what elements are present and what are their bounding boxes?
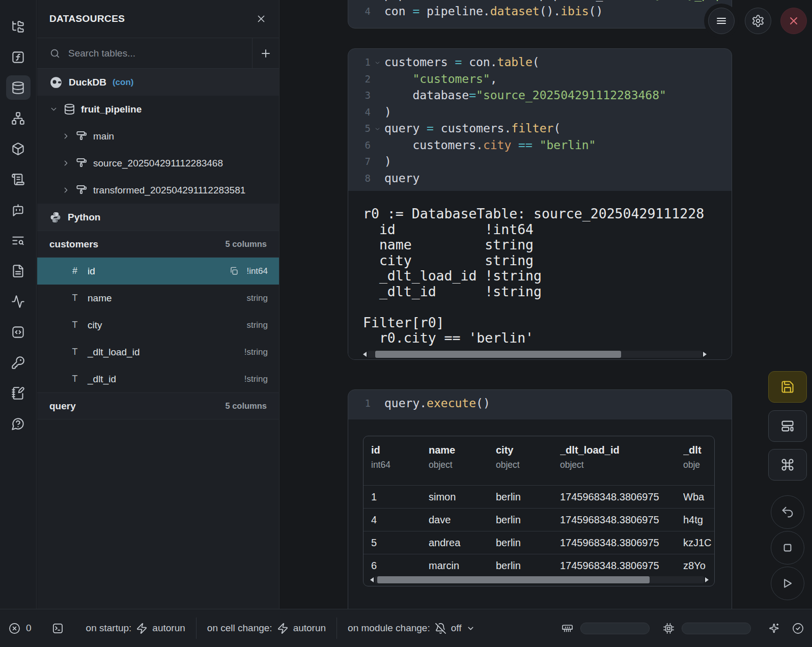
column-item-city[interactable]: Tcitystring [37,312,279,339]
cpu-icon [663,623,675,634]
bot-message-icon[interactable] [6,198,31,222]
cell-execute[interactable]: 1query.execute() idint64nameobjectcityob… [348,389,732,631]
code-line[interactable]: 4) [348,104,732,121]
command-icon [780,458,795,472]
code-editor[interactable]: 3pipeline = dlt.attach(pipeline_name=f"{… [348,0,732,24]
activity-icon[interactable] [6,289,31,314]
fold-chevron-icon[interactable] [371,124,384,132]
undo-button[interactable] [771,495,804,529]
tree-item-fruit_pipeline[interactable]: fruit_pipeline [37,96,279,123]
database-icon[interactable] [6,75,31,100]
code-editor[interactable]: 1customers = con.table(2 "customers",3 d… [348,49,732,191]
fold-gutter [371,403,384,404]
layout-toggle-button[interactable] [768,410,807,442]
scroll-left-arrow[interactable] [370,577,374,582]
run-button[interactable] [771,567,804,600]
chevron-right-icon[interactable] [62,159,70,167]
code-line[interactable]: 1customers = con.table( [348,54,732,71]
dataframe-column-header[interactable]: _dltobje [683,444,714,470]
tree-item-source_202504291112283468[interactable]: source_202504291112283468 [37,150,279,177]
horizontal-scrollbar[interactable] [370,576,709,583]
dtype-glyph: T [70,347,80,357]
code-line[interactable]: 6 customers.city == "berlin" [348,137,732,154]
tree-item-main[interactable]: main [37,123,279,150]
add-datasource-button[interactable] [252,38,279,68]
circle-x-icon [9,623,20,634]
table-header-customers[interactable]: customers5 columns [37,231,279,258]
python-section-header[interactable]: Python [37,204,279,231]
scrollbar-thumb[interactable] [375,351,621,358]
cell-pipeline[interactable]: 3pipeline = dlt.attach(pipeline_name=f"{… [348,0,732,29]
scroll-left-arrow[interactable] [363,352,367,357]
function-square-icon[interactable] [6,45,31,69]
search-input[interactable] [67,47,252,60]
scroll-right-arrow[interactable] [705,577,709,582]
panel-title: DATASOURCES [49,13,125,24]
column-item-id[interactable]: #id!int64 [37,258,279,285]
on-startup-setting[interactable]: on startup: autorun [86,623,185,634]
help-circle-icon[interactable] [6,411,31,436]
ai-assistant-button[interactable] [768,623,780,634]
cell-query[interactable]: 1customers = con.table(2 "customers",3 d… [348,48,732,360]
terminal-button[interactable] [52,623,64,634]
line-number: 3 [348,90,371,101]
key-round-icon[interactable] [6,350,31,375]
copy-icon[interactable] [229,266,239,276]
code-line[interactable]: 1query.execute() [348,395,732,412]
scrollbar-thumb[interactable] [377,576,650,583]
column-item-_dlt_id[interactable]: T_dlt_id!string [37,365,279,392]
code-line[interactable]: 4con = pipeline.dataset().ibis() [348,3,732,20]
dataframe-column-header[interactable]: _dlt_load_idobject [560,444,683,470]
on-module-change-setting[interactable]: on module change: off [348,623,474,634]
tree-item-transformed_202504291112283581[interactable]: transformed_202504291112283581 [37,177,279,204]
on-cell-change-setting[interactable]: on cell change: autorun [207,623,326,634]
chevron-down-icon[interactable] [49,105,58,114]
code-line[interactable]: 7) [348,153,732,170]
scroll-right-arrow[interactable] [703,352,707,357]
stop-button[interactable] [771,531,804,565]
settings-button[interactable] [745,8,771,34]
column-item-name[interactable]: Tnamestring [37,285,279,312]
chevron-right-icon[interactable] [62,186,70,194]
line-number: 8 [348,173,371,184]
table-row[interactable]: 5andreaberlin1745968348.3806975kzJ1C [363,531,714,554]
file-text-icon[interactable] [6,259,31,283]
table-row[interactable]: 4daveberlin1745968348.3806975h4tg [363,508,714,531]
column-item-_dlt_load_id[interactable]: T_dlt_load_id!string [37,339,279,365]
network-icon[interactable] [6,106,31,130]
table-header-query[interactable]: query5 columns [37,392,279,419]
shutdown-button[interactable] [780,8,807,34]
command-palette-button[interactable] [768,449,807,481]
square-code-icon[interactable] [6,320,31,344]
code-line[interactable]: 8query [348,170,732,187]
horizontal-scrollbar[interactable] [363,351,707,358]
stop-icon [780,541,795,555]
zap-icon [136,623,148,634]
code-line[interactable]: 2 "customers", [348,71,732,88]
chevron-right-icon[interactable] [62,132,70,140]
code-line[interactable]: 3 database="source_202504291112283468" [348,87,732,104]
package-icon[interactable] [6,136,31,161]
table-row[interactable]: 6marcinberlin1745968348.3806975z8Yo [363,554,714,577]
dataframe-column-header[interactable]: idint64 [371,444,429,470]
notebook-pen-icon[interactable] [6,381,31,405]
connection-status-indicator[interactable] [792,623,804,634]
ibis-expression-output: r0 := DatabaseTable: source_202504291112… [348,191,732,346]
file-tree-icon[interactable] [6,14,31,39]
close-panel-button[interactable] [256,13,267,24]
text-search-icon[interactable] [6,228,31,252]
notebook-menu-button[interactable] [708,8,735,34]
code-editor[interactable]: 1query.execute() [348,390,732,416]
engine-duckdb[interactable]: DuckDB (con) [37,69,279,96]
error-indicator[interactable]: 0 [9,623,32,634]
dataframe-column-header[interactable]: nameobject [429,444,496,470]
scroll-text-icon[interactable] [6,167,31,191]
python-logo-icon [49,211,62,223]
table-row[interactable]: 1simonberlin1745968348.3806975Wba [363,485,714,508]
dataframe-column-header[interactable]: cityobject [496,444,560,470]
line-number: 2 [348,73,371,85]
code-line[interactable]: 5query = customers.filter( [348,120,732,137]
fold-chevron-icon[interactable] [371,58,384,66]
python-section-label: Python [68,212,100,223]
save-button[interactable] [768,371,807,403]
